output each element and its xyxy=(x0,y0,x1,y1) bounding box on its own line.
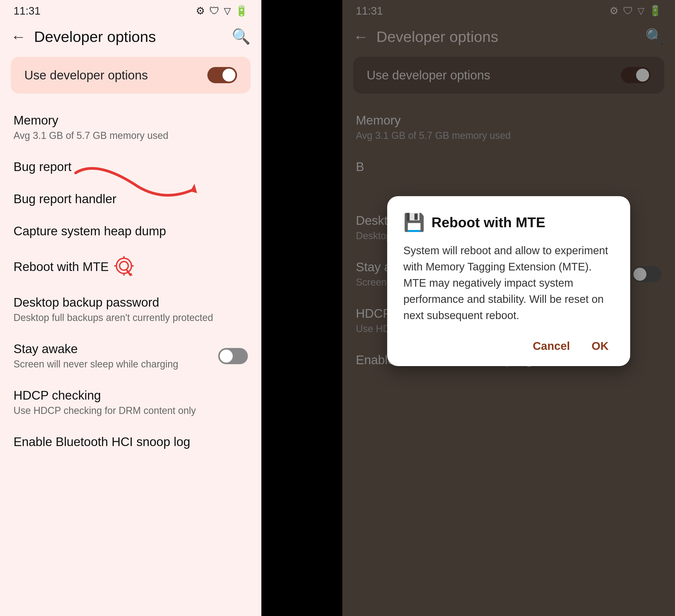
mte-title-left: Reboot with MTE xyxy=(13,259,109,274)
hdcp-title-left: HDCP checking xyxy=(13,388,248,403)
dialog-actions: Cancel OK xyxy=(403,337,614,355)
list-item-hdcp-left[interactable]: HDCP checking Use HDCP checking for DRM … xyxy=(11,379,250,426)
dialog-body: System will reboot and allow to experime… xyxy=(403,243,614,323)
list-item-bluetooth-left[interactable]: Enable Bluetooth HCI snoop log xyxy=(11,426,250,458)
back-button-left[interactable]: ← xyxy=(8,25,28,48)
content-left: Use developer options Memory Avg 3.1 GB … xyxy=(0,51,261,616)
left-panel: 11:31 ⚙ 🛡 ▽ 🔋 ← Developer options 🔍 Use … xyxy=(0,0,261,616)
dev-options-label-left: Use developer options xyxy=(24,68,148,82)
list-item-stay-awake-left[interactable]: Stay awake Screen will never sleep while… xyxy=(11,333,250,379)
status-bar-left: 11:31 ⚙ 🛡 ▽ 🔋 xyxy=(0,0,261,22)
list-item-heap-left[interactable]: Capture system heap dump xyxy=(11,215,250,247)
reboot-mte-dialog: 💾 Reboot with MTE System will reboot and… xyxy=(387,196,630,366)
wifi-icon-left: ▽ xyxy=(224,5,231,16)
hdcp-sub-left: Use HDCP checking for DRM content only xyxy=(13,404,248,417)
list-item-mte-left[interactable]: Reboot with MTE xyxy=(11,248,250,286)
dialog-title: Reboot with MTE xyxy=(432,214,545,230)
settings-icon-left: ⚙ xyxy=(196,5,205,17)
search-button-left[interactable]: 🔍 xyxy=(229,25,253,48)
backup-sub-left: Desktop full backups aren't currently pr… xyxy=(13,312,248,324)
click-icon-left xyxy=(114,256,136,278)
svg-point-1 xyxy=(120,262,128,270)
divider xyxy=(261,0,343,616)
list-item-bug-report-left[interactable]: Bug report xyxy=(11,151,250,183)
memory-sub-left: Avg 3.1 GB of 5.7 GB memory used xyxy=(13,129,248,142)
bug-report-title-left: Bug report xyxy=(13,159,248,174)
page-title-left: Developer options xyxy=(34,28,224,46)
bluetooth-title-left: Enable Bluetooth HCI snoop log xyxy=(13,434,248,449)
status-icons-left: ⚙ 🛡 ▽ 🔋 xyxy=(196,5,248,17)
bug-handler-title-left: Bug report handler xyxy=(13,192,248,206)
toggle-thumb-left xyxy=(222,69,235,82)
list-item-memory-left[interactable]: Memory Avg 3.1 GB of 5.7 GB memory used xyxy=(11,104,250,151)
memory-title-left: Memory xyxy=(13,113,248,128)
stay-awake-toggle-left[interactable] xyxy=(218,348,248,364)
dialog-overlay: 💾 Reboot with MTE System will reboot and… xyxy=(343,0,675,616)
list-item-backup-left[interactable]: Desktop backup password Desktop full bac… xyxy=(11,286,250,333)
heap-title-left: Capture system heap dump xyxy=(13,224,248,238)
dialog-ok-button[interactable]: OK xyxy=(586,337,614,355)
battery-icon-left: 🔋 xyxy=(235,5,248,17)
stay-awake-thumb-left xyxy=(220,350,233,362)
dialog-cancel-button[interactable]: Cancel xyxy=(527,337,575,355)
shield-icon-left: 🛡 xyxy=(209,5,220,17)
top-nav-left: ← Developer options 🔍 xyxy=(0,22,261,51)
dev-options-card-left[interactable]: Use developer options xyxy=(11,57,250,93)
stay-awake-sub-left: Screen will never sleep while charging xyxy=(13,358,218,371)
dialog-reboot-icon: 💾 xyxy=(403,212,425,232)
svg-point-0 xyxy=(117,258,132,273)
stay-awake-title-left: Stay awake xyxy=(13,342,218,356)
dev-options-toggle-left[interactable] xyxy=(207,67,237,83)
list-item-bug-handler-left[interactable]: Bug report handler xyxy=(11,183,250,215)
dialog-header: 💾 Reboot with MTE xyxy=(403,212,614,232)
backup-title-left: Desktop backup password xyxy=(13,295,248,310)
right-panel: 11:31 ⚙ 🛡 ▽ 🔋 ← Developer options 🔍 Use … xyxy=(343,0,675,616)
time-left: 11:31 xyxy=(13,5,41,17)
